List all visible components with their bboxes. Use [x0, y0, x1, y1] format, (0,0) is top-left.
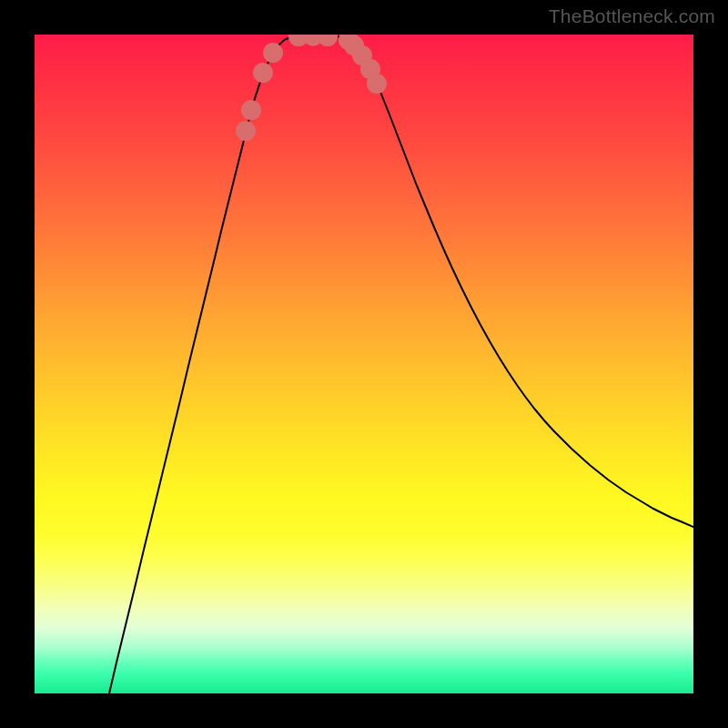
chart-canvas: TheBottleneck.com: [0, 0, 728, 728]
highlight-dot: [236, 121, 256, 141]
watermark-text: TheBottleneck.com: [549, 5, 715, 27]
highlight-dot: [263, 43, 283, 63]
plot-area: [35, 35, 693, 693]
chart-svg: [35, 35, 693, 693]
highlight-dot: [253, 63, 273, 83]
highlight-dot: [367, 74, 387, 94]
highlight-dot: [241, 100, 261, 120]
highlight-dot: [318, 35, 338, 46]
bottleneck-curve: [109, 36, 693, 694]
